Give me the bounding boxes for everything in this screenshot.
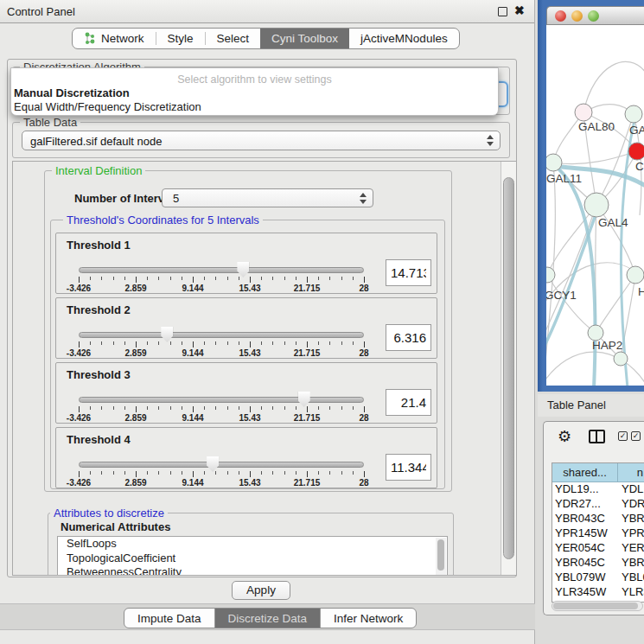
checkbox-icon[interactable]: ✓ — [631, 431, 641, 441]
slider-track[interactable] — [79, 267, 364, 273]
scale-tick — [318, 277, 319, 280]
network-node[interactable] — [614, 352, 628, 366]
attribute-list-item[interactable]: TopologicalCoefficient — [58, 552, 447, 566]
scale-tick — [296, 277, 296, 280]
scale-tick — [250, 341, 251, 348]
scale-tick-label: -3.426 — [67, 348, 91, 358]
threshold-2-value-field[interactable] — [386, 324, 431, 351]
network-window-titlebar — [546, 6, 644, 25]
tab-impute-data[interactable]: Impute Data — [124, 609, 215, 628]
scale-tick — [90, 471, 91, 475]
column-header-shared-name[interactable]: shared... — [552, 463, 618, 481]
scale-tick — [182, 277, 182, 280]
scale-tick — [307, 277, 308, 283]
scale-tick — [147, 341, 148, 345]
network-node-label: GAL11 — [546, 172, 582, 185]
tab-cyni-toolbox[interactable]: Cyni Toolbox — [260, 29, 349, 48]
attribute-list-item[interactable]: SelfLoops — [58, 537, 447, 552]
popup-option-equal-width-frequency[interactable]: Equal Width/Frequency Discretization — [11, 99, 498, 113]
scale-tick-label: 9.144 — [182, 284, 203, 293]
settings-vertical-scrollbar-thumb[interactable] — [503, 177, 514, 559]
scale-tick — [250, 471, 251, 477]
scale-tick-label: 9.144 — [182, 348, 203, 358]
scale-tick — [215, 277, 216, 280]
scale-tick — [193, 471, 194, 477]
scale-tick — [79, 471, 80, 477]
scale-tick — [90, 406, 91, 410]
tab-infer-network[interactable]: Infer Network — [321, 609, 416, 628]
close-icon[interactable]: ✖ — [514, 3, 525, 17]
scale-tick — [182, 406, 182, 410]
scale-tick — [341, 277, 342, 280]
threshold-3-value-field[interactable] — [386, 389, 431, 416]
table-row[interactable]: YBR045CYBR0 — [552, 556, 644, 571]
tab-jactivemnodules[interactable]: jActiveMNodules — [349, 29, 459, 48]
tab-network[interactable]: Network — [73, 29, 156, 48]
scale-tick — [272, 277, 273, 280]
slider-track[interactable] — [79, 332, 364, 338]
number-of-intervals-spinner[interactable]: 5 — [162, 188, 373, 207]
table-horizontal-scrollbar-thumb[interactable] — [553, 603, 638, 609]
zoom-traffic-light[interactable] — [588, 10, 599, 22]
network-node[interactable] — [584, 193, 609, 217]
cell-name: YER0 — [618, 541, 644, 556]
cell-name: YDL1 — [618, 482, 644, 497]
threshold-4-label: Threshold 4 — [67, 433, 131, 446]
table-data-combobox[interactable]: galFiltered.sif default node — [22, 131, 501, 150]
scale-tick-label: 28 — [359, 413, 368, 423]
tab-discretize-data[interactable]: Discretize Data — [215, 609, 322, 628]
scale-tick — [124, 341, 125, 345]
cell-name: YDR2 — [618, 497, 644, 512]
checkbox-icon[interactable]: ✓ — [618, 431, 628, 441]
slider-track[interactable] — [79, 462, 364, 468]
table-row[interactable]: YDR27...YDR2 — [552, 497, 644, 512]
attributes-list-scrollbar-thumb[interactable] — [437, 539, 444, 571]
desktop: { "control_panel": { "title": "Control P… — [0, 0, 644, 644]
scale-tick-label: 15.43 — [239, 413, 260, 423]
table-row[interactable]: YBL079WYBL0 — [552, 571, 644, 585]
close-traffic-light[interactable] — [555, 10, 566, 22]
popup-option-manual-discretization[interactable]: Manual Discretization — [11, 86, 498, 99]
network-edge[interactable] — [596, 275, 635, 333]
column-layout-icon[interactable] — [589, 430, 605, 443]
tab-style[interactable]: Style — [156, 29, 205, 48]
scale-tick — [227, 471, 228, 475]
network-edge[interactable] — [553, 151, 637, 164]
scale-tick — [204, 277, 205, 280]
network-node[interactable] — [575, 104, 592, 121]
slider-thumb[interactable] — [161, 327, 173, 342]
spinner-updown-arrows-icon — [360, 193, 367, 204]
threshold-4-value-field[interactable] — [386, 454, 431, 481]
minimize-traffic-light[interactable] — [571, 10, 583, 22]
table-row[interactable]: YLR345WYLR3 — [552, 585, 644, 600]
interval-definition-group: Interval Definition Number of Intervals … — [44, 170, 452, 492]
scale-tick — [90, 277, 91, 280]
slider-thumb[interactable] — [298, 392, 310, 407]
network-canvas[interactable]: GAL80GALCGAL11GAL4GCY1HHAP2 — [546, 25, 644, 386]
float-window-icon[interactable] — [498, 7, 507, 16]
network-node[interactable] — [628, 143, 644, 160]
network-node-label: GCY1 — [546, 289, 577, 302]
network-node[interactable] — [627, 266, 644, 284]
network-node-label: GAL80 — [578, 120, 615, 133]
table-row[interactable]: YER054CYER0 — [552, 541, 644, 556]
threshold-1-value-field[interactable] — [386, 259, 431, 286]
table-row[interactable]: YBR043CYBR0 — [552, 512, 644, 526]
threshold-2-scale: -3.4262.8599.14415.4321.71528 — [79, 341, 364, 359]
tab-select[interactable]: Select — [206, 29, 261, 48]
slider-thumb[interactable] — [207, 456, 219, 472]
table-row[interactable]: YPR145WYPR1 — [552, 526, 644, 541]
attribute-list-item[interactable]: BetweennessCentrality — [58, 565, 447, 576]
apply-button[interactable]: Apply — [232, 581, 290, 600]
slider-track[interactable] — [79, 397, 364, 403]
slider-thumb[interactable] — [237, 262, 249, 277]
scale-tick — [353, 471, 354, 475]
network-node[interactable] — [546, 154, 562, 171]
scale-tick — [307, 341, 308, 348]
column-header-name[interactable]: n — [618, 463, 644, 481]
threshold-1-scale: -3.4262.8599.14415.4321.71528 — [79, 277, 364, 294]
table-row[interactable]: YDL19...YDL1 — [552, 482, 644, 497]
network-node[interactable] — [625, 105, 642, 123]
scale-tick-label: 28 — [359, 348, 368, 358]
gear-icon[interactable]: ⚙ — [558, 427, 571, 446]
